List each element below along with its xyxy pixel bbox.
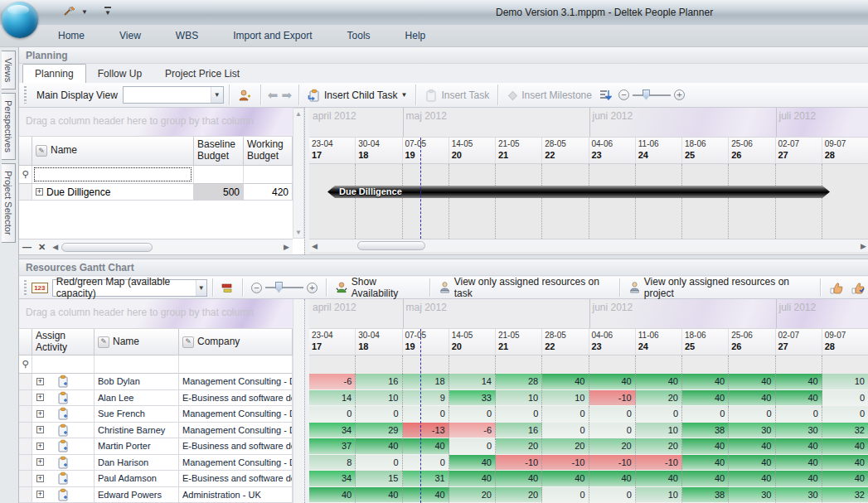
- assign-activity-cell[interactable]: +: [32, 438, 95, 455]
- heatmap-cell[interactable]: 40: [822, 471, 868, 487]
- heatmap-cell[interactable]: 40: [542, 374, 589, 390]
- task-row[interactable]: + Due Dilligence 500 420: [19, 184, 293, 201]
- heatmap-cell[interactable]: 0: [682, 406, 729, 423]
- resource-company-cell[interactable]: Management Consulting - DK: [179, 406, 293, 423]
- column-header-working-budget[interactable]: Working Budget: [244, 137, 293, 166]
- resource-name-cell[interactable]: Christine Barney: [95, 423, 179, 439]
- week-header-cell[interactable]: 14-0520: [449, 138, 496, 163]
- tab-planning[interactable]: Planning: [22, 64, 86, 83]
- resource-name-cell[interactable]: Dan Harison: [95, 455, 179, 472]
- planning-grid-vscrollbar[interactable]: ▲ ▼: [293, 108, 304, 239]
- heatmap-cell[interactable]: 40: [356, 487, 402, 503]
- heatmap-cell[interactable]: 30: [776, 423, 822, 439]
- heatmap-cell[interactable]: 40: [636, 374, 682, 390]
- heatmap-cell[interactable]: -10: [589, 390, 636, 407]
- scroll-left-icon[interactable]: ◀: [312, 242, 318, 250]
- resource-name-cell[interactable]: Bob Dylan: [95, 374, 179, 390]
- heatmap-cell[interactable]: 14: [309, 390, 356, 407]
- week-header-cell[interactable]: 11-0624: [636, 329, 682, 355]
- heatmap-cell[interactable]: 0: [542, 406, 589, 423]
- heatmap-cell[interactable]: 30: [729, 487, 775, 503]
- heatmap-cell[interactable]: 40: [822, 455, 868, 472]
- week-header-cell[interactable]: 11-0624: [636, 138, 682, 163]
- week-header-cell[interactable]: 23-0417: [309, 329, 356, 355]
- resource-row[interactable]: +Paul AdamsonE-Business and software dev…: [19, 471, 293, 487]
- heatmap-cell[interactable]: -10: [542, 455, 589, 472]
- assign-activity-icon[interactable]: [57, 456, 69, 469]
- chevron-down-icon[interactable]: ▼: [196, 280, 206, 296]
- tab-project-price-list[interactable]: Project Price List: [153, 65, 251, 83]
- week-header-cell[interactable]: 28-0522: [542, 329, 589, 355]
- assign-activity-cell[interactable]: +: [32, 406, 95, 423]
- heatmap-cell[interactable]: 40: [636, 471, 682, 487]
- heatmap-cell[interactable]: -10: [636, 455, 682, 472]
- assign-activity-cell[interactable]: +: [32, 423, 95, 439]
- resources-grid-scroll-strip[interactable]: [293, 299, 304, 503]
- map-style-combobox[interactable]: Red/green Map (available capacity) ▼: [52, 279, 207, 297]
- heatmap-cell[interactable]: -13: [403, 423, 449, 439]
- zoom-out-icon[interactable]: −: [251, 283, 262, 293]
- week-header-cell[interactable]: 02-0727: [776, 138, 822, 163]
- view-assigned-project-button[interactable]: View only assigned resources on project: [625, 274, 815, 301]
- assign-activity-icon[interactable]: [57, 472, 69, 485]
- toolbar-grip[interactable]: [24, 86, 27, 104]
- scroll-right-icon[interactable]: ▶: [284, 243, 289, 251]
- back-icon[interactable]: ⬅: [268, 88, 279, 103]
- heatmap-cell[interactable]: 40: [449, 455, 496, 472]
- column-header-company[interactable]: ✎ Company: [179, 329, 293, 355]
- app-logo[interactable]: [2, 2, 38, 38]
- expander-icon[interactable]: +: [36, 426, 44, 433]
- heatmap-cell[interactable]: 40: [403, 438, 449, 455]
- assign-activity-icon[interactable]: [57, 439, 69, 452]
- baseline-budget-cell[interactable]: 500: [194, 184, 244, 201]
- heatmap-cell[interactable]: -6: [449, 423, 496, 439]
- heatmap-cell[interactable]: 40: [729, 455, 775, 472]
- heatmap-cell[interactable]: 40: [729, 374, 775, 390]
- close-icon[interactable]: ✕: [38, 242, 46, 253]
- heatmap-cell[interactable]: 40: [496, 471, 542, 487]
- resource-company-cell[interactable]: E-Business and software deve: [179, 471, 293, 487]
- heatmap-cell[interactable]: 0: [496, 406, 542, 423]
- heatmap-cell[interactable]: 32: [822, 423, 868, 439]
- resource-name-cell[interactable]: Paul Adamson: [95, 471, 179, 487]
- side-tab-perspectives[interactable]: Perspectives: [2, 93, 16, 160]
- paintbrush-icon[interactable]: [63, 5, 76, 18]
- assign-activity-icon[interactable]: [57, 488, 69, 501]
- heatmap-cell[interactable]: 40: [729, 438, 775, 455]
- heatmap-cell[interactable]: 40: [776, 390, 822, 407]
- week-header-cell[interactable]: 30-0418: [356, 138, 402, 163]
- heatmap-cell[interactable]: 16: [496, 423, 542, 439]
- assign-activity-cell[interactable]: +: [32, 487, 95, 503]
- planning-groupby-band[interactable]: Drag a column header here to group by th…: [19, 108, 293, 137]
- heatmap-cell[interactable]: 40: [682, 438, 729, 455]
- heatmap-cell[interactable]: 0: [589, 406, 636, 423]
- column-header-baseline-budget[interactable]: Baseline Budget: [194, 137, 244, 166]
- zoom-in-icon[interactable]: +: [674, 89, 685, 100]
- heatmap-cell[interactable]: 38: [682, 423, 729, 439]
- heatmap-cell[interactable]: 32: [822, 487, 868, 503]
- heatmap-cell[interactable]: 0: [309, 406, 356, 423]
- assign-activity-icon[interactable]: [57, 423, 69, 437]
- week-header-cell[interactable]: 25-0626: [729, 138, 775, 163]
- heatmap-cell[interactable]: 16: [356, 374, 402, 390]
- heatmap-cell[interactable]: -6: [309, 374, 356, 390]
- paintbrush-dropdown-icon[interactable]: ▼: [81, 8, 88, 16]
- heatmap-cell[interactable]: 0: [449, 406, 496, 423]
- company-filter-cell[interactable]: [179, 355, 293, 374]
- resource-name-cell[interactable]: Edward Powers: [95, 487, 179, 503]
- heatmap-cell[interactable]: 9: [403, 390, 449, 407]
- name-filter-cell[interactable]: [32, 166, 194, 184]
- week-header-cell[interactable]: 09-0728: [822, 329, 868, 355]
- heatmap-cell[interactable]: 40: [682, 455, 729, 472]
- heatmap-cell[interactable]: 0: [449, 438, 496, 455]
- assign-activity-cell[interactable]: +: [32, 390, 95, 407]
- expander-icon[interactable]: +: [36, 394, 44, 401]
- ribbon-tab-wbs[interactable]: WBS: [164, 26, 210, 46]
- side-tab-project-selector[interactable]: Project Selector: [2, 163, 16, 243]
- heatmap-cell[interactable]: 29: [356, 423, 402, 439]
- quick-access-toolbar[interactable]: ▼ ▼: [63, 5, 111, 18]
- assign-activity-cell[interactable]: +: [32, 374, 95, 390]
- week-header-cell[interactable]: 30-0418: [356, 329, 402, 355]
- heatmap-cell[interactable]: 40: [356, 438, 402, 455]
- outline-button[interactable]: [595, 87, 615, 103]
